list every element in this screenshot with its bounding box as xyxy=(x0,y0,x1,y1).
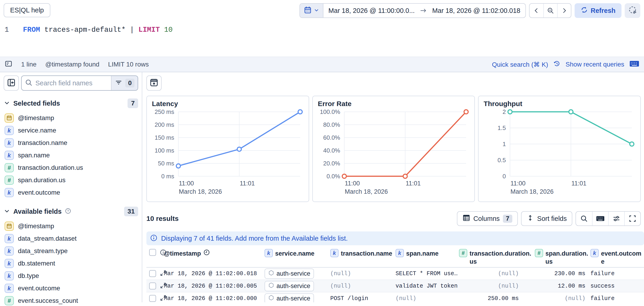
cell-span-duration: 12.00 ms xyxy=(535,283,590,289)
table-row: Mar 18, 2026 @ 11:02:00.005auth-service(… xyxy=(146,280,644,292)
error-rate-chart: 0.0%20.0%40.0%60.0%80.0%100.0%11:0011:01… xyxy=(318,109,469,196)
available-fields-header[interactable]: Available fields ? 31 xyxy=(4,207,138,216)
field-item-transaction.duration.us[interactable]: #transaction.duration.us xyxy=(4,162,138,174)
header-label: event.outcome xyxy=(601,249,644,266)
date-field-icon xyxy=(4,113,14,123)
field-item-service.name[interactable]: kservice.name xyxy=(4,124,138,137)
available-fields-section: Available fields ? 31 @timestampkdata_st… xyxy=(4,207,138,306)
svg-text:11:00: 11:00 xyxy=(345,180,360,187)
collapse-sidebar-button[interactable] xyxy=(4,76,19,91)
query-from-keyword: FROM xyxy=(23,26,40,34)
keyboard-icon[interactable] xyxy=(629,60,640,70)
selected-fields-header[interactable]: Selected fields 7 xyxy=(4,99,138,108)
date-picker-menu-button[interactable] xyxy=(300,4,324,18)
header-label: transaction.name xyxy=(341,249,392,258)
quick-search-link[interactable]: Quick search (⌘ K) xyxy=(492,61,548,68)
field-item-@timestamp[interactable]: @timestamp xyxy=(4,220,138,232)
row-checkbox[interactable] xyxy=(149,295,156,302)
field-name: db.type xyxy=(18,272,39,279)
header-timestamp[interactable]: @timestamp xyxy=(164,249,264,258)
field-item-event.success_count[interactable]: #event.success_count xyxy=(4,294,138,306)
search-in-table-button[interactable] xyxy=(576,212,592,225)
field-item-db.type[interactable]: kdb.type xyxy=(4,270,138,282)
selected-fields-count: 7 xyxy=(128,99,138,108)
cell-span-duration: (null) xyxy=(535,295,590,302)
table-body: Mar 18, 2026 @ 11:02:00.018auth-service(… xyxy=(146,267,644,302)
header-span.duration.us[interactable]: #span.duration.us xyxy=(535,249,590,266)
search-field-names-input[interactable] xyxy=(36,79,108,87)
end-date[interactable]: Mar 18, 2026 @ 11:02:00.018 xyxy=(427,4,526,18)
header-service.name[interactable]: kservice.name xyxy=(264,249,330,258)
fullscreen-button[interactable] xyxy=(624,212,640,225)
svg-text:?: ? xyxy=(67,209,69,213)
service-badge: auth-service xyxy=(264,293,314,302)
header-transaction.name[interactable]: ktransaction.name xyxy=(330,249,396,258)
field-name: span.duration.us xyxy=(18,176,66,184)
header-span.name[interactable]: kspan.name xyxy=(396,249,459,258)
sort-arrows-icon xyxy=(526,214,534,223)
esql-query-editor[interactable]: 1 FROM traces-apm-default* | LIMIT 10 xyxy=(0,18,644,57)
selected-fields-section: Selected fields 7 @timestampkservice.nam… xyxy=(4,99,138,199)
field-item-event.outcome[interactable]: kevent.outcome xyxy=(4,186,138,199)
cell-span-duration: 230.00 ms xyxy=(535,270,590,277)
editor-feedback-icon[interactable] xyxy=(4,60,12,69)
cell-transaction-duration: 250.00 ms xyxy=(459,295,535,302)
svg-text:11:01: 11:01 xyxy=(571,180,586,187)
keyboard-shortcuts-button[interactable] xyxy=(592,212,608,225)
keyword-field-icon: k xyxy=(4,271,14,280)
keyword-field-icon: k xyxy=(4,126,14,135)
calendar-icon xyxy=(304,6,312,15)
timestamp-status: @timestamp found xyxy=(45,61,99,68)
sort-fields-button[interactable]: Sort fields xyxy=(521,211,572,226)
cell-event-outcome: failure xyxy=(590,295,644,302)
fields-info-text: Displaying 7 of 41 fields. Add more from… xyxy=(161,235,348,242)
run-query-button[interactable] xyxy=(625,3,640,18)
svg-text:40.0%: 40.0% xyxy=(323,147,340,154)
hexagon-icon xyxy=(268,282,274,290)
time-prev-button[interactable] xyxy=(530,4,543,18)
svg-text:11:00: 11:00 xyxy=(179,180,194,187)
query-text[interactable]: FROM traces-apm-default* | LIMIT 10 xyxy=(23,26,172,34)
top-bar: ES|QL help Mar 18, 2026 @ 11:00:00.0... … xyxy=(0,0,644,18)
field-item-data_stream.dataset[interactable]: kdata_stream.dataset xyxy=(4,232,138,245)
show-recent-queries-link[interactable]: Show recent queries xyxy=(566,61,624,68)
row-checkbox[interactable] xyxy=(149,282,156,289)
cell-value: SELECT * FROM use… xyxy=(396,270,458,277)
field-name: db.statement xyxy=(18,260,55,267)
keyword-field-icon: k xyxy=(4,284,14,293)
field-filter-button[interactable]: 0 xyxy=(111,76,138,90)
available-fields-list: @timestampkdata_stream.datasetkdata_stre… xyxy=(4,220,138,306)
display-options-button[interactable] xyxy=(608,212,624,225)
help-circle-icon[interactable]: ? xyxy=(65,208,71,215)
refresh-button[interactable]: Refresh xyxy=(574,3,622,18)
header-transaction.duration.us[interactable]: #transaction.duration.us xyxy=(459,249,535,266)
esql-help-button[interactable]: ES|QL help xyxy=(4,3,50,17)
metric-charts-row: Latency0 ms50 ms100 ms150 ms200 ms250 ms… xyxy=(142,96,644,202)
header-label: span.name xyxy=(406,249,438,258)
date-range-arrow-icon xyxy=(420,4,427,18)
hide-charts-button[interactable] xyxy=(146,76,162,91)
time-next-button[interactable] xyxy=(557,4,571,18)
select-all-checkbox[interactable] xyxy=(149,249,156,256)
date-range-picker[interactable]: Mar 18, 2026 @ 11:00:00.0... Mar 18, 202… xyxy=(300,3,526,18)
svg-text:250 ms: 250 ms xyxy=(155,109,174,115)
results-count: 10 results xyxy=(146,215,178,222)
field-item-span.duration.us[interactable]: #span.duration.us xyxy=(4,174,138,186)
field-item-transaction.name[interactable]: ktransaction.name xyxy=(4,137,138,149)
zoom-out-time-button[interactable] xyxy=(543,4,557,18)
start-date[interactable]: Mar 18, 2026 @ 11:00:00.0... xyxy=(324,4,420,18)
field-item-db.statement[interactable]: kdb.statement xyxy=(4,257,138,270)
row-checkbox[interactable] xyxy=(149,270,156,277)
columns-button[interactable]: Columns 7 xyxy=(457,211,518,226)
field-item-event.outcome[interactable]: kevent.outcome xyxy=(4,282,138,294)
query-pipe: | xyxy=(130,26,138,34)
svg-text:1.5: 1.5 xyxy=(498,124,506,131)
field-item-data_stream.type[interactable]: kdata_stream.type xyxy=(4,245,138,257)
table-row: Mar 18, 2026 @ 11:02:00.000auth-serviceP… xyxy=(146,292,644,302)
cell-timestamp: Mar 18, 2026 @ 11:02:00.005 xyxy=(164,283,264,289)
header-event.outcome[interactable]: kevent.outcome xyxy=(590,249,644,266)
field-name: @timestamp xyxy=(18,114,54,122)
field-item-@timestamp[interactable]: @timestamp xyxy=(4,112,138,124)
field-name: @timestamp xyxy=(18,222,54,230)
field-item-span.name[interactable]: kspan.name xyxy=(4,149,138,162)
